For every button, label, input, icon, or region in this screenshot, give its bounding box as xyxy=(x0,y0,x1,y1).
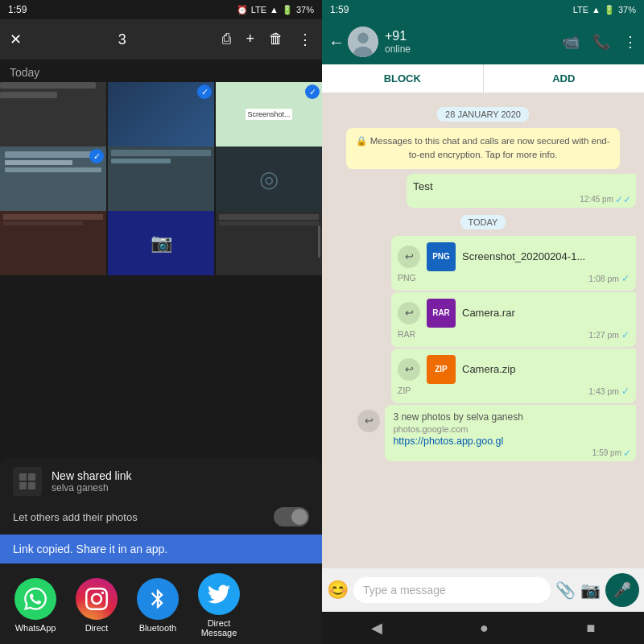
rar-file-name: Camera.rar xyxy=(462,307,630,319)
emoji-button[interactable]: 😊 xyxy=(327,580,349,601)
test-time: 12:45 pm ✓✓ xyxy=(580,194,631,205)
rar-bubble: ↩ RAR Camera.rar RAR 1:27 pm ✓ xyxy=(391,292,636,347)
lock-icon: 🔒 xyxy=(356,136,367,146)
right-recents-nav[interactable]: ■ xyxy=(586,620,595,637)
share-bottom-sheet: New shared link selva ganesh Let others … xyxy=(0,457,322,644)
right-home-nav[interactable]: ● xyxy=(480,620,489,637)
link-url[interactable]: https://photos.app.goo.gl xyxy=(393,436,628,447)
photo-cell[interactable] xyxy=(216,211,322,275)
link-copied-banner: Link copied. Share it in an app. xyxy=(0,535,322,564)
block-tab[interactable]: BLOCK xyxy=(322,64,484,93)
photo-cell[interactable] xyxy=(108,82,214,147)
add-tab[interactable]: ADD xyxy=(484,64,645,93)
test-bubble: Test 12:45 pm ✓✓ xyxy=(407,174,636,208)
back-arrow-button[interactable]: ← xyxy=(328,33,345,52)
link-title: 3 new photos by selva ganesh xyxy=(393,411,628,423)
rar-type: RAR xyxy=(398,329,415,341)
let-others-toggle[interactable] xyxy=(274,507,309,526)
more-options-button[interactable]: ⋮ xyxy=(623,33,638,51)
share-app-bluetooth[interactable]: Bluetooth xyxy=(129,578,187,633)
tick-double-blue: ✓✓ xyxy=(615,194,631,205)
contact-avatar[interactable] xyxy=(348,27,378,57)
zip-time: 1:43 pm ✓ xyxy=(588,386,630,397)
rar-file-meta: RAR 1:27 pm ✓ xyxy=(398,328,630,341)
right-status-bar: 1:59 LTE ▲ 🔋 37% xyxy=(322,0,644,19)
photo-grid-row-1: Screenshot... xyxy=(0,82,322,147)
instagram-label: Direct xyxy=(85,623,109,633)
video-call-button[interactable]: 📹 xyxy=(562,33,580,51)
more-options-icon[interactable]: ⋮ xyxy=(298,31,312,48)
photo-cell[interactable] xyxy=(0,82,106,147)
add-icon[interactable]: + xyxy=(246,31,254,48)
rar-file-icon: RAR xyxy=(427,299,456,328)
bluetooth-app-icon xyxy=(137,578,179,620)
file-message-zip: ↩ ZIP Camera.zip ZIP 1:43 pm ✓ xyxy=(391,349,636,403)
share-link-title: New shared link xyxy=(52,469,309,482)
rar-file-details: Camera.rar xyxy=(462,307,630,319)
encryption-notice: 🔒 Messages to this chat and calls are no… xyxy=(346,128,620,169)
png-file-name: Screenshot_20200204-1... xyxy=(462,250,630,262)
share-link-text: New shared link selva ganesh xyxy=(52,469,309,493)
zip-file-name: Camera.zip xyxy=(462,363,630,375)
delete-icon[interactable]: 🗑 xyxy=(269,31,283,48)
battery-icon: 🔋 xyxy=(282,5,293,15)
attach-button[interactable]: 📎 xyxy=(555,580,576,600)
right-back-nav[interactable]: ◀ xyxy=(371,619,382,637)
svg-point-5 xyxy=(357,33,368,43)
svg-rect-3 xyxy=(28,482,35,489)
let-others-label: Let others add their photos xyxy=(13,511,138,523)
png-bubble: ↩ PNG Screenshot_20200204-1... PNG 1:08 … xyxy=(391,236,636,291)
forward-rar-button[interactable]: ↩ xyxy=(398,302,420,324)
date-badge-january: 28 JANUARY 2020 xyxy=(330,106,636,122)
contact-status: online xyxy=(385,43,562,55)
close-button[interactable]: ✕ xyxy=(10,31,22,48)
photo-cell[interactable] xyxy=(108,147,214,211)
date-jan-text: 28 JANUARY 2020 xyxy=(437,107,529,122)
message-input-field[interactable]: Type a message xyxy=(353,577,551,603)
left-time: 1:59 xyxy=(8,4,27,15)
forward-zip-button[interactable]: ↩ xyxy=(398,358,420,381)
share-app-instagram[interactable]: Direct xyxy=(68,578,126,633)
contact-info[interactable]: +91 online xyxy=(385,29,562,55)
share-app-twitter[interactable]: DirectMessage xyxy=(190,573,248,638)
svg-rect-2 xyxy=(19,482,27,489)
signal-icon: ▲ xyxy=(270,5,279,14)
share-icon[interactable]: ⎙ xyxy=(222,31,231,48)
right-lte: LTE xyxy=(573,5,588,14)
photo-cell[interactable] xyxy=(0,147,106,211)
zip-file-header: ↩ ZIP Camera.zip xyxy=(398,355,630,384)
voice-call-button[interactable]: 📞 xyxy=(592,33,610,51)
camera-button[interactable]: 📷 xyxy=(580,580,601,600)
photo-cell[interactable]: 📷 xyxy=(108,211,214,275)
contact-name: +91 xyxy=(385,29,562,43)
scroll-indicator xyxy=(318,225,320,258)
mic-button[interactable]: 🎤 xyxy=(605,573,639,607)
message-input-bar: 😊 Type a message 📎 📷 🎤 xyxy=(322,568,644,612)
link-bubble: 3 new photos by selva ganesh photos.goog… xyxy=(385,405,636,461)
toggle-knob xyxy=(291,509,308,525)
left-toolbar: ✕ 3 ⎙ + 🗑 ⋮ xyxy=(0,19,322,60)
test-text: Test xyxy=(413,180,433,192)
link-message: ↩ 3 new photos by selva ganesh photos.go… xyxy=(385,405,636,461)
right-battery-pct: 37% xyxy=(618,5,636,14)
forward-link-button[interactable]: ↩ xyxy=(357,410,380,432)
photo-cell[interactable]: ◎ xyxy=(216,147,322,211)
right-battery-icon: 🔋 xyxy=(604,5,615,15)
forward-png-button[interactable]: ↩ xyxy=(398,246,420,268)
photo-cell[interactable] xyxy=(0,211,106,275)
zip-type: ZIP xyxy=(398,386,411,397)
selected-count: 3 xyxy=(118,31,126,48)
png-type: PNG xyxy=(398,273,416,284)
png-time: 1:08 pm ✓ xyxy=(588,273,630,284)
chat-area[interactable]: 28 JANUARY 2020 🔒 Messages to this chat … xyxy=(322,93,644,568)
right-panel: 1:59 LTE ▲ 🔋 37% ← +91 online 📹 📞 ⋮ xyxy=(322,0,644,644)
right-signal-icon: ▲ xyxy=(592,5,601,14)
rar-time: 1:27 pm ✓ xyxy=(588,329,630,341)
svg-rect-1 xyxy=(28,473,35,481)
photo-cell[interactable]: Screenshot... xyxy=(216,82,322,147)
photo-grid-row-3: 📷 xyxy=(0,211,322,275)
link-time: 1:59 pm ✓ xyxy=(592,448,631,459)
share-app-whatsapp[interactable]: WhatsApp xyxy=(6,578,64,633)
message-placeholder: Type a message xyxy=(363,584,446,597)
photo-grid-row-2: ◎ xyxy=(0,147,322,211)
